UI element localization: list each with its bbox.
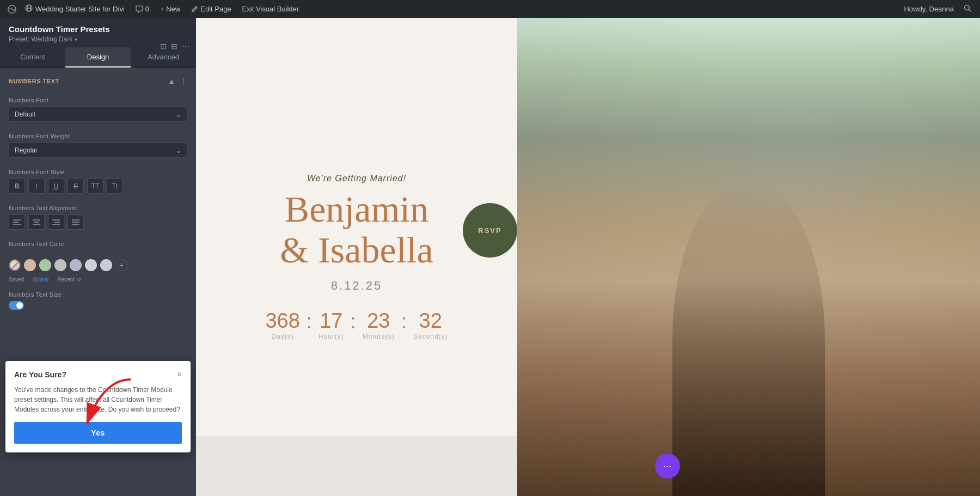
- countdown-minutes: 23 Minute(s): [356, 309, 401, 340]
- section-icons: ▲ ⋮: [168, 77, 187, 85]
- hours-number: 17: [318, 309, 344, 333]
- reset-icon[interactable]: ↺: [77, 277, 81, 283]
- strikethrough-button[interactable]: S: [68, 179, 84, 194]
- numbers-font-weight-label: Numbers Font Weight: [9, 133, 187, 139]
- lowercase-button[interactable]: Tt: [107, 179, 123, 194]
- align-right-button[interactable]: [48, 215, 64, 230]
- new-label: + New: [160, 5, 180, 13]
- color-swatch-green[interactable]: [39, 259, 51, 271]
- numbers-font-style-field: Numbers Font Style B I U S TT Tt: [0, 162, 196, 198]
- minutes-label: Minute(s): [363, 333, 395, 340]
- sidebar: Countdown Timer Presets Preset: Wedding …: [0, 18, 196, 496]
- alert-header: Are You Sure? ×: [14, 370, 182, 379]
- hours-label: Hour(s): [318, 333, 344, 340]
- preset-label: Preset: Wedding Dark: [9, 35, 72, 43]
- font-style-row: B I U S TT Tt: [9, 179, 187, 194]
- numbers-text-alignment-label: Numbers Text Alignment: [9, 205, 187, 211]
- color-swatch-silver[interactable]: [54, 259, 66, 271]
- numbers-text-color-label: Numbers Text Color: [9, 241, 187, 247]
- days-number: 368: [265, 309, 299, 333]
- color-swatch-light-gray1[interactable]: [85, 259, 97, 271]
- edit-page-button[interactable]: Edit Page: [186, 0, 236, 18]
- numbers-font-weight-field: Numbers Font Weight Regular: [0, 126, 196, 162]
- collapse-icon[interactable]: ▲: [168, 77, 175, 85]
- site-name[interactable]: Wedding Starter Site for Divi: [20, 0, 130, 18]
- rsvp-button[interactable]: RSVP: [463, 203, 517, 258]
- section-more-icon[interactable]: ⋮: [180, 77, 187, 85]
- align-left-button[interactable]: [9, 215, 25, 230]
- numbers-font-select-wrapper: Default: [9, 107, 187, 122]
- alert-dialog: Are You Sure? × You've made changes to t…: [5, 361, 191, 452]
- color-swatch-blue-gray[interactable]: [70, 259, 82, 271]
- alert-body: You've made changes to the Countdown Tim…: [14, 385, 182, 414]
- rsvp-text: RSVP: [478, 226, 501, 235]
- numbers-font-label: Numbers Font: [9, 97, 187, 103]
- add-color-button[interactable]: +: [115, 259, 127, 271]
- globe-icon: [25, 4, 33, 14]
- section-title: Numbers Text: [9, 78, 59, 84]
- main-content: We're Getting Married! Benjamin & Isabel…: [196, 18, 980, 496]
- header-icons: ⊡ ⊟ ⋯: [160, 42, 189, 51]
- yes-button[interactable]: Yes: [14, 422, 182, 444]
- wp-logo-icon[interactable]: [4, 0, 20, 18]
- responsive-icon[interactable]: ⊡: [160, 42, 167, 51]
- color-swatch-light-gray2[interactable]: [100, 259, 112, 271]
- wp-admin-bar: Wedding Starter Site for Divi 0 + New Ed…: [0, 0, 980, 18]
- color-swatches: +: [0, 255, 196, 275]
- name-benjamin: Benjamin: [285, 188, 428, 230]
- countdown-hours: 17 Hour(s): [312, 309, 351, 340]
- align-justify-button[interactable]: [68, 215, 84, 230]
- alert-title: Are You Sure?: [14, 370, 66, 379]
- alignment-row: [9, 215, 187, 230]
- bottom-strip: [196, 436, 517, 496]
- tab-content[interactable]: Content: [0, 47, 65, 68]
- wedding-card: We're Getting Married! Benjamin & Isabel…: [196, 18, 517, 496]
- edit-page-label: Edit Page: [200, 5, 231, 13]
- numbers-text-section: Numbers Text ▲ ⋮: [0, 68, 196, 90]
- photo-section: [517, 18, 980, 496]
- wedding-date: 8.12.25: [331, 279, 382, 293]
- numbers-text-size-field: Numbers Text Size: [0, 287, 196, 314]
- tab-design[interactable]: Design: [65, 47, 131, 68]
- numbers-font-weight-select-wrapper: Regular: [9, 143, 187, 158]
- site-name-text: Wedding Starter Site for Divi: [35, 5, 125, 13]
- countdown-days: 368 Day(s): [259, 309, 306, 340]
- layout-icon[interactable]: ⊟: [171, 42, 177, 51]
- sidebar-title: Countdown Timer Presets: [9, 25, 187, 34]
- custom-color-swatch[interactable]: [9, 259, 21, 271]
- sidebar-header: Countdown Timer Presets Preset: Wedding …: [0, 18, 196, 47]
- name-isabella: & Isabella: [280, 229, 433, 271]
- couple-photo: [517, 18, 980, 496]
- more-icon[interactable]: ⋯: [182, 42, 189, 51]
- minutes-number: 23: [363, 309, 395, 333]
- separator-3: :: [401, 309, 407, 333]
- seconds-label: Second(s): [413, 333, 448, 340]
- days-label: Day(s): [265, 333, 299, 340]
- size-toggle[interactable]: [9, 301, 24, 310]
- numbers-text-alignment-field: Numbers Text Alignment: [0, 198, 196, 234]
- italic-button[interactable]: I: [28, 179, 45, 194]
- separator-2: :: [351, 309, 356, 333]
- numbers-font-style-label: Numbers Font Style: [9, 169, 187, 175]
- comments-link[interactable]: 0: [130, 0, 155, 18]
- exit-builder-label: Exit Visual Builder: [242, 5, 299, 13]
- color-swatch-beige[interactable]: [24, 259, 36, 271]
- uppercase-button[interactable]: TT: [87, 179, 103, 194]
- exit-builder-button[interactable]: Exit Visual Builder: [237, 0, 305, 18]
- svg-point-4: [965, 5, 970, 10]
- close-button[interactable]: ×: [177, 370, 182, 379]
- search-icon[interactable]: [959, 4, 976, 14]
- purple-dots-button[interactable]: ···: [655, 454, 680, 479]
- chevron-down-icon: ▾: [75, 36, 77, 42]
- align-center-button[interactable]: [28, 215, 45, 230]
- new-button[interactable]: + New: [155, 0, 186, 18]
- saved-label: Saved: [9, 277, 24, 283]
- color-labels: Saved Global Recent ↺: [0, 275, 196, 287]
- svg-line-5: [969, 9, 971, 11]
- bold-button[interactable]: B: [9, 179, 25, 194]
- separator-1: :: [307, 309, 312, 333]
- underline-button[interactable]: U: [48, 179, 64, 194]
- numbers-font-weight-select[interactable]: Regular: [9, 143, 187, 158]
- numbers-font-select[interactable]: Default: [9, 107, 187, 122]
- numbers-font-field: Numbers Font Default: [0, 90, 196, 126]
